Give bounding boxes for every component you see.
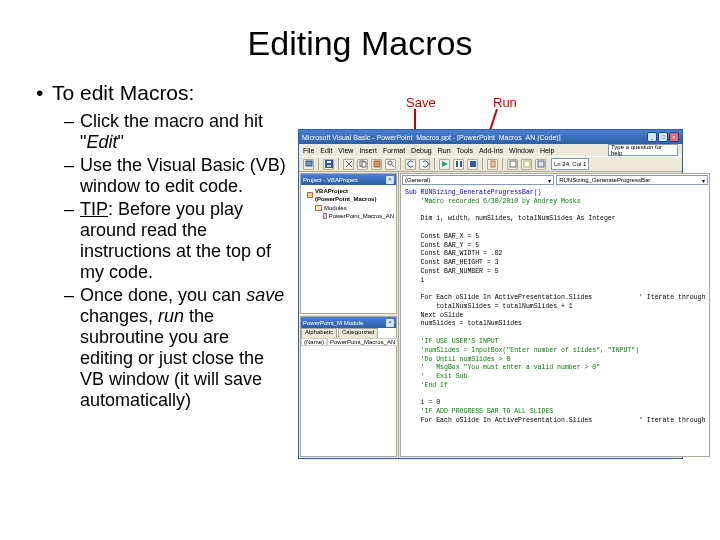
run-icon[interactable] <box>439 159 450 170</box>
prop-name-label: (Name) <box>301 338 327 346</box>
bullet-sub-4: – Once done, you can save changes, run t… <box>64 285 286 411</box>
undo-icon[interactable] <box>405 159 416 170</box>
vb-window-title: Microsoft Visual Basic - PowerPoint_Macr… <box>302 134 561 141</box>
properties-pane: PowerPoint_M Module× Alphabetic Categori… <box>300 316 397 457</box>
callout-save-label: Save <box>406 95 436 110</box>
copy-icon[interactable] <box>357 159 368 170</box>
minimize-button[interactable]: _ <box>647 132 657 142</box>
prop-name-value[interactable]: PowerPoint_Macros_AN <box>327 338 398 346</box>
design-icon[interactable] <box>487 159 498 170</box>
procedure-dropdown[interactable]: RUNSizing_GenerateProgressBar▾ <box>556 175 708 185</box>
bullet-sub-2: – Use the Visual Basic (VB) window to ed… <box>64 155 286 197</box>
bullet-sub-1: – Click the macro and hit "Edit" <box>64 111 286 153</box>
menu-help[interactable]: Help <box>540 147 554 154</box>
cut-icon[interactable] <box>343 159 354 170</box>
bullet-sub-3: – TIP: Before you play around read the i… <box>64 199 286 283</box>
close-button[interactable]: × <box>669 132 679 142</box>
vb-toolbar: Ln 24, Col 1 <box>299 156 682 172</box>
svg-rect-13 <box>491 161 495 167</box>
object-browser-icon[interactable] <box>535 159 546 170</box>
redo-icon[interactable] <box>419 159 430 170</box>
bullet-main: • To edit Macros: <box>36 81 286 105</box>
project-explorer-pane: Project - VBAProject× VBAProject (PowerP… <box>300 173 397 314</box>
menu-edit[interactable]: Edit <box>320 147 332 154</box>
svg-rect-5 <box>362 162 366 167</box>
reset-icon[interactable] <box>467 159 478 170</box>
menu-view[interactable]: View <box>338 147 353 154</box>
vb-editor-window: Microsoft Visual Basic - PowerPoint_Macr… <box>298 129 683 459</box>
maximize-button[interactable]: □ <box>658 132 668 142</box>
properties-icon[interactable] <box>521 159 532 170</box>
menu-file[interactable]: File <box>303 147 314 154</box>
close-pane-icon[interactable]: × <box>386 319 394 327</box>
line-col-indicator: Ln 24, Col 1 <box>551 158 589 170</box>
callout-run-label: Run <box>493 95 517 110</box>
modules-folder[interactable]: Modules <box>315 204 394 212</box>
menu-tools[interactable]: Tools <box>457 147 473 154</box>
close-pane-icon[interactable]: × <box>386 176 394 184</box>
svg-rect-0 <box>306 161 312 166</box>
find-icon[interactable] <box>385 159 396 170</box>
code-pane: (General)▾ RUNSizing_GenerateProgressBar… <box>400 173 710 457</box>
vb-menubar: File Edit View Insert Format Debug Run T… <box>299 144 682 156</box>
view-icon[interactable] <box>303 159 314 170</box>
svg-rect-14 <box>510 161 516 167</box>
svg-line-8 <box>392 165 394 167</box>
paste-icon[interactable] <box>371 159 382 170</box>
svg-rect-6 <box>374 161 380 167</box>
menu-addins[interactable]: Add-Ins <box>479 147 503 154</box>
menu-window[interactable]: Window <box>509 147 534 154</box>
tab-categorized[interactable]: Categorized <box>338 328 378 338</box>
vb-titlebar: Microsoft Visual Basic - PowerPoint_Macr… <box>299 130 682 144</box>
bullet-column: • To edit Macros: – Click the macro and … <box>36 81 286 413</box>
module-item[interactable]: PowerPoint_Macros_AN <box>323 212 394 220</box>
tab-alphabetic[interactable]: Alphabetic <box>301 328 337 338</box>
save-icon[interactable] <box>323 159 334 170</box>
menu-debug[interactable]: Debug <box>411 147 432 154</box>
project-explorer-icon[interactable] <box>507 159 518 170</box>
help-question-box[interactable]: Type a question for help <box>608 144 678 156</box>
svg-rect-12 <box>470 161 476 167</box>
break-icon[interactable] <box>453 159 464 170</box>
svg-rect-2 <box>327 161 331 163</box>
svg-rect-11 <box>460 161 462 167</box>
menu-format[interactable]: Format <box>383 147 405 154</box>
svg-rect-3 <box>327 165 331 167</box>
code-editor[interactable]: Sub RUNSizing_GenerateProgressBar() 'Mac… <box>401 186 709 456</box>
slide-title: Editing Macros <box>36 24 684 63</box>
svg-rect-10 <box>456 161 458 167</box>
svg-rect-16 <box>538 161 544 167</box>
project-root[interactable]: VBAProject (PowerPoint_Macros) <box>307 187 394 204</box>
svg-rect-15 <box>524 161 530 167</box>
svg-point-7 <box>388 161 392 165</box>
menu-insert[interactable]: Insert <box>359 147 377 154</box>
object-dropdown[interactable]: (General)▾ <box>402 175 554 185</box>
menu-run[interactable]: Run <box>438 147 451 154</box>
svg-marker-9 <box>442 161 448 167</box>
